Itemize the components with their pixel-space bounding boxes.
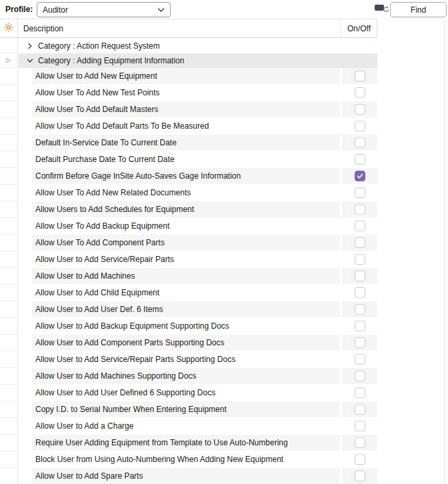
description-cell[interactable]: Allow User to Add Component Parts Suppor… (32, 335, 340, 351)
description-cell[interactable]: Allow User To Add New Test Points (32, 85, 340, 101)
onoff-checkbox[interactable] (355, 204, 365, 215)
permission-row[interactable]: Allow User to Add Machines (0, 268, 377, 285)
permission-row[interactable]: Allow Users to Add Schedules for Equipme… (0, 201, 377, 218)
description-cell[interactable]: Allow User To Add Default Parts To Be Me… (32, 118, 340, 134)
description-cell[interactable]: Allow User to Add Spare Parts (32, 468, 340, 484)
sync-profile-icon[interactable] (375, 4, 389, 15)
permission-row[interactable]: Allow User to Add New Equipment (0, 68, 377, 85)
description-cell[interactable]: Allow User to Add a Charge (32, 418, 340, 434)
permission-row[interactable]: Default In-Service Date To Current Date (0, 135, 377, 151)
row-indicator-cell (0, 418, 18, 435)
category-row-body[interactable]: Category : Action Request System (19, 38, 377, 53)
onoff-checkbox[interactable] (355, 187, 365, 198)
description-cell[interactable]: Allow User to Add Service/Repair Parts S… (32, 351, 340, 367)
permission-row[interactable]: Copy I.D. to Serial Number When Entering… (0, 401, 377, 418)
description-cell[interactable]: Allow User To Add Backup Equipment (32, 218, 340, 234)
onoff-checkbox[interactable] (355, 321, 365, 331)
description-cell[interactable]: Allow Users to Add Schedules for Equipme… (32, 201, 340, 217)
onoff-checkbox[interactable] (355, 454, 365, 465)
permission-row[interactable]: Allow User to Add Service/Repair Parts S… (0, 351, 377, 368)
permission-row[interactable]: Allow User To Add New Related Documents (0, 185, 377, 201)
onoff-checkbox[interactable] (355, 437, 365, 448)
permission-row[interactable]: Allow User to Add a Charge (0, 418, 377, 435)
onoff-checkbox[interactable] (355, 221, 365, 231)
description-cell[interactable]: Allow User to Add Service/Repair Parts (32, 251, 340, 267)
permission-row[interactable]: Allow User to Add Service/Repair Parts (0, 251, 377, 268)
onoff-checkbox[interactable] (355, 87, 365, 98)
onoff-checkbox[interactable] (355, 237, 365, 248)
permission-row[interactable]: Allow User To Add Component Parts (0, 235, 377, 251)
onoff-checkbox[interactable] (355, 371, 365, 381)
description-cell[interactable]: Allow User to Add New Equipment (32, 68, 340, 84)
description-cell[interactable]: Allow User To Add New Related Documents (32, 185, 340, 201)
row-indicator-cell (0, 335, 18, 351)
onoff-checkbox[interactable] (355, 137, 365, 148)
category-row-body[interactable]: Category : Adding Equipment Information (19, 53, 377, 68)
description-cell[interactable]: Require User Adding Equipment from Templ… (32, 435, 340, 451)
description-cell[interactable]: Allow User To Add Default Masters (32, 101, 340, 117)
permission-row[interactable]: Allow User to Add Child Equipment (0, 285, 377, 301)
description-label: Allow User to Add Component Parts Suppor… (35, 338, 224, 347)
permission-row[interactable]: Allow User To Add Backup Equipment (0, 218, 377, 235)
permission-row[interactable]: Require User Adding Equipment from Templ… (0, 435, 377, 451)
chevron-down-icon[interactable] (27, 57, 33, 64)
column-header-description[interactable]: Description (19, 19, 341, 37)
onoff-checkbox[interactable] (355, 287, 365, 298)
description-cell[interactable]: Default In-Service Date To Current Date (32, 135, 340, 151)
find-button[interactable]: Find (390, 2, 447, 17)
onoff-checkbox[interactable] (355, 121, 365, 131)
description-cell[interactable]: Allow User to Add Machines (32, 268, 340, 284)
description-cell[interactable]: Allow User To Add Component Parts (32, 235, 340, 251)
onoff-checkbox[interactable] (355, 337, 365, 348)
onoff-cell (342, 218, 377, 234)
onoff-checkbox[interactable] (355, 154, 365, 165)
onoff-checkbox[interactable] (355, 254, 365, 265)
column-header-onoff[interactable]: On/Off (341, 19, 377, 37)
onoff-checkbox[interactable] (355, 71, 365, 81)
description-label: Copy I.D. to Serial Number When Entering… (35, 405, 227, 414)
description-label: Confirm Before Gage InSite Auto-Saves Ga… (35, 171, 241, 181)
description-cell[interactable]: Block User from Using Auto-Numbering Whe… (32, 451, 340, 467)
permission-row[interactable]: Allow User to Add User Defined 6 Support… (0, 385, 377, 401)
onoff-checkbox[interactable] (355, 271, 365, 281)
onoff-cell (342, 201, 377, 217)
permission-row[interactable]: Allow User To Add Default Masters (0, 101, 377, 118)
onoff-cell (342, 168, 377, 184)
chevron-right-icon[interactable] (27, 43, 33, 49)
onoff-checkbox[interactable] (355, 421, 365, 431)
onoff-checkbox[interactable] (355, 471, 365, 481)
category-row[interactable]: ▷Category : Adding Equipment Information (0, 53, 377, 68)
vertical-scrollbar[interactable] (444, 20, 448, 484)
permission-row[interactable]: Allow User To Add Default Parts To Be Me… (0, 118, 377, 135)
onoff-checkbox[interactable] (355, 387, 365, 398)
permission-row[interactable]: Confirm Before Gage InSite Auto-Saves Ga… (0, 168, 377, 185)
permission-row[interactable]: Allow User to Add User Def. 6 Items (0, 301, 377, 318)
onoff-cell (342, 251, 377, 267)
permission-row[interactable]: Allow User to Add Machines Supporting Do… (0, 368, 377, 385)
grid-header-row: Description On/Off (0, 19, 377, 38)
onoff-checkbox[interactable] (355, 304, 365, 315)
description-cell[interactable]: Allow User to Add User Defined 6 Support… (32, 385, 340, 401)
category-row[interactable]: Category : Action Request System (0, 38, 377, 53)
description-cell[interactable]: Confirm Before Gage InSite Auto-Saves Ga… (32, 168, 340, 184)
onoff-checkbox[interactable] (355, 104, 365, 115)
description-cell[interactable]: Allow User to Add Backup Equipment Suppo… (32, 318, 340, 334)
description-cell[interactable]: Allow User to Add Child Equipment (32, 285, 340, 301)
description-cell[interactable]: Allow User to Add Machines Supporting Do… (32, 368, 340, 384)
description-cell[interactable]: Copy I.D. to Serial Number When Entering… (32, 401, 340, 417)
permission-row[interactable]: Allow User to Add Component Parts Suppor… (0, 335, 377, 351)
description-cell[interactable]: Default Purchase Date To Current Date (32, 151, 340, 167)
permission-row[interactable]: Allow User to Add Backup Equipment Suppo… (0, 318, 377, 335)
onoff-cell (342, 285, 377, 301)
description-label: Allow User To Add New Test Points (35, 88, 159, 97)
permission-row[interactable]: Block User from Using Auto-Numbering Whe… (0, 451, 377, 468)
onoff-checkbox[interactable] (355, 404, 365, 415)
permission-row[interactable]: Allow User To Add New Test Points (0, 85, 377, 101)
description-cell[interactable]: Allow User to Add User Def. 6 Items (32, 301, 340, 317)
permission-row[interactable]: Allow User to Add Spare Parts (0, 468, 377, 484)
onoff-cell (342, 151, 377, 167)
permission-row[interactable]: Default Purchase Date To Current Date (0, 151, 377, 168)
onoff-checkbox[interactable] (355, 354, 365, 365)
profile-select[interactable]: Auditor (37, 2, 171, 17)
onoff-checkbox-checked[interactable] (355, 171, 365, 181)
